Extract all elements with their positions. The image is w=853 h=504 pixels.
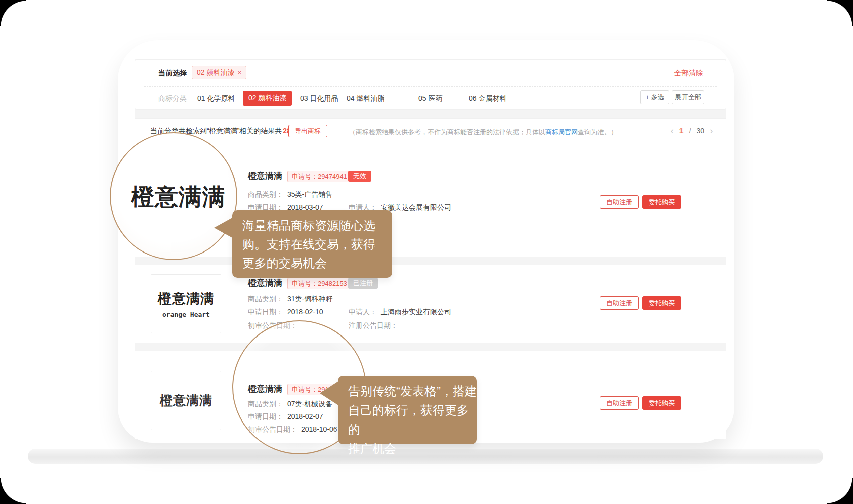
page-prev-icon[interactable]: ‹ bbox=[671, 126, 674, 135]
self-register-button[interactable]: 自助注册 bbox=[600, 296, 639, 310]
canvas-corner bbox=[0, 0, 26, 26]
category-tab-06[interactable]: 06 金属材料 bbox=[469, 94, 506, 103]
trademark-image-text: 橙意满满 bbox=[158, 290, 214, 308]
page-total: 30 bbox=[697, 127, 705, 135]
trademark-image: 橙意满满 bbox=[151, 371, 221, 430]
filter-panel: 当前选择 02 颜料油漆× 全部清除 商标分类 01 化学原料 02 颜料油漆 … bbox=[135, 59, 726, 110]
app-no-value: 29474941 bbox=[318, 173, 347, 180]
trademark-name: 橙意满满 bbox=[248, 170, 282, 182]
disclaimer-prefix: （商标检索结果仅供参考，不作为商标能否注册的法律依据；具体以 bbox=[349, 128, 545, 136]
export-trademark-button[interactable]: 导出商标 bbox=[288, 125, 327, 137]
trademark-image-subtext: orange Heart bbox=[162, 311, 210, 318]
canvas-corner bbox=[0, 478, 26, 504]
category-line: 商品类别：35类-广告销售 bbox=[248, 190, 332, 199]
multi-select-button[interactable]: + 多选 bbox=[640, 90, 669, 104]
category-tab-01[interactable]: 01 化学原料 bbox=[197, 94, 235, 103]
apply-date-value: 2018-02-10 bbox=[287, 308, 323, 316]
tooltip-arrow-left-icon bbox=[214, 217, 233, 238]
category-tab-04[interactable]: 04 燃料油脂 bbox=[347, 94, 384, 103]
selected-filter-tag-text: 02 颜料油漆 bbox=[197, 68, 234, 76]
clear-all-button[interactable]: 全部清除 bbox=[674, 69, 703, 78]
self-register-button[interactable]: 自助注册 bbox=[600, 195, 639, 209]
selected-filter-tag[interactable]: 02 颜料油漆× bbox=[192, 66, 246, 79]
disclaimer-text: （商标检索结果仅供参考，不作为商标能否注册的法律依据；具体以商标局官网查询为准。… bbox=[349, 128, 617, 137]
results-header: 当前分类共检索到“橙意满满”相关的结果共28个 导出商标 （商标检索结果仅供参考… bbox=[135, 118, 726, 143]
applicant-value: 安徽美达会展有限公司 bbox=[381, 203, 451, 211]
category-line: 商品类别：31类-饲料种籽 bbox=[248, 295, 332, 304]
current-selection-label: 当前选择 bbox=[158, 69, 187, 78]
tooltip-promotion: 告别传统“发表格”，搭建 自己的标行，获得更多的 推广机会 bbox=[338, 376, 477, 444]
dashed-divider bbox=[144, 86, 717, 87]
entrust-buy-button[interactable]: 委托购买 bbox=[642, 396, 681, 410]
reg-date-pair: 注册公告日期：– bbox=[349, 321, 406, 330]
application-number-tag: 申请号：29474941 bbox=[287, 171, 352, 182]
category-tab-02-selected[interactable]: 02 颜料油漆 bbox=[243, 91, 292, 106]
tag-close-icon[interactable]: × bbox=[237, 69, 241, 76]
category-tab-05[interactable]: 05 医药 bbox=[418, 94, 442, 103]
page-next-icon[interactable]: › bbox=[710, 126, 713, 135]
date-applicant-line: 申请日期：2018-02-10 申请人：上海雨步实业有限公司 bbox=[248, 308, 323, 317]
reg-date-label: 注册公告日期： bbox=[349, 321, 398, 329]
applicant-pair: 申请人：上海雨步实业有限公司 bbox=[349, 308, 451, 317]
tooltip-line: 海量精品商标资源随心选 bbox=[242, 216, 392, 235]
self-register-button[interactable]: 自助注册 bbox=[600, 396, 639, 410]
category-value: 35类-广告销售 bbox=[287, 190, 332, 198]
canvas-corner bbox=[827, 0, 853, 26]
trademark-name: 橙意满满 bbox=[248, 277, 282, 289]
canvas-corner bbox=[827, 478, 853, 504]
app-no-value: 29482153 bbox=[318, 280, 347, 287]
expand-all-button[interactable]: 展开全部 bbox=[672, 90, 704, 104]
trademark-image: 橙意满满 orange Heart bbox=[151, 274, 221, 333]
result-row-2: 橙意满满 orange Heart 橙意满满 申请号：29482153 已注册 … bbox=[135, 265, 726, 343]
apply-date-label: 申请日期： bbox=[248, 308, 283, 316]
status-badge: 已注册 bbox=[348, 278, 378, 289]
app-no-label: 申请号： bbox=[292, 280, 318, 287]
category-label: 商品类别： bbox=[248, 295, 283, 303]
page-separator: / bbox=[689, 127, 691, 135]
category-value: 31类-饲料种籽 bbox=[287, 295, 332, 303]
disclaimer-suffix: 查询为准。） bbox=[578, 128, 617, 136]
tooltip-line: 购。支持在线交易，获得 bbox=[242, 235, 392, 254]
entrust-buy-button[interactable]: 委托购买 bbox=[642, 195, 681, 209]
category-tab-03[interactable]: 03 日化用品 bbox=[300, 94, 338, 103]
page-current: 1 bbox=[679, 127, 684, 135]
applicant-label: 申请人： bbox=[349, 308, 377, 316]
tooltip-line: 更多的交易机会 bbox=[242, 254, 392, 272]
trademark-image-text: 橙意满满 bbox=[160, 392, 212, 409]
reg-date-value: – bbox=[402, 321, 406, 329]
applicant-value: 上海雨步实业有限公司 bbox=[381, 308, 451, 316]
application-number-tag: 申请号：29482153 bbox=[287, 278, 352, 289]
tooltip-line: 自己的标行，获得更多的 bbox=[348, 401, 477, 439]
category-row-label: 商标分类 bbox=[158, 94, 187, 103]
category-label: 商品类别： bbox=[248, 190, 283, 198]
magnified-trademark-text: 橙意满满 bbox=[131, 182, 226, 213]
tooltip-arrow-left-icon bbox=[320, 380, 340, 406]
entrust-buy-button[interactable]: 委托购买 bbox=[642, 296, 681, 310]
pagination: ‹ 1 / 30 › bbox=[657, 119, 726, 143]
magnifier-circle-top: 橙意满满 bbox=[110, 132, 237, 260]
screenshot-stage: 当前选择 02 颜料油漆× 全部清除 商标分类 01 化学原料 02 颜料油漆 … bbox=[0, 0, 853, 504]
tooltip-line: 告别传统“发表格”，搭建 bbox=[348, 382, 477, 401]
tooltip-line: 推广机会 bbox=[348, 439, 477, 458]
tooltip-marketplace: 海量精品商标资源随心选 购。支持在线交易，获得 更多的交易机会 bbox=[232, 210, 392, 278]
trademark-office-link[interactable]: 商标局官网 bbox=[545, 128, 578, 136]
status-badge: 无效 bbox=[348, 171, 371, 182]
app-no-label: 申请号： bbox=[292, 173, 318, 180]
